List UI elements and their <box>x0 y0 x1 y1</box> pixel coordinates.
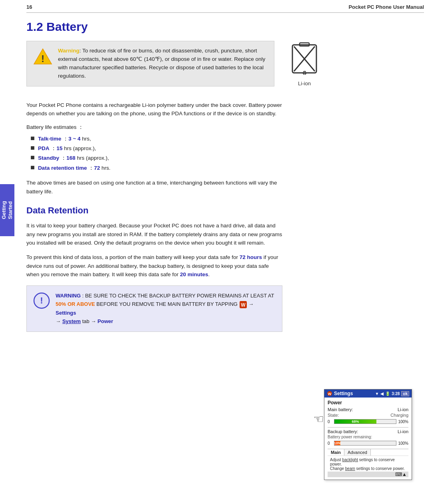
standby-label: Standby <box>38 155 59 161</box>
time-display: 3:28 <box>392 392 400 396</box>
volume-icon: ◀ <box>380 392 384 396</box>
warning-label: Warning <box>58 48 80 54</box>
ok-button[interactable]: ok <box>401 391 409 396</box>
body4-end: . <box>208 271 210 277</box>
talk-time-sep: ： <box>61 136 68 142</box>
backup-remaining-row: Battery power remaining: <box>328 435 408 439</box>
backup-battery-row: Backup battery: Li-ion <box>328 429 408 434</box>
state-value: Charging <box>390 413 408 418</box>
bar-max: 100% <box>398 420 408 424</box>
liion-battery-icon: ♻ <box>288 41 320 77</box>
pda-value: 15 <box>56 145 62 151</box>
list-item: ■ Talk-time ：3 ~ 4 hrs, <box>30 134 424 144</box>
notice-system-link[interactable]: System <box>62 318 81 324</box>
manual-title: Pocket PC Phone User Manual <box>348 4 424 10</box>
notice-arrow2: → <box>56 318 62 324</box>
warning-body: : To reduce risk of fire or burns, do no… <box>58 48 265 79</box>
notice-power-link: Power <box>98 318 113 324</box>
talk-time-label: Talk-time <box>38 136 61 142</box>
battery-list: ■ Talk-time ：3 ~ 4 hrs, ■ PDA ：15 hrs (a… <box>26 134 424 173</box>
main-content: 16 Pocket PC Phone User Manual 1.2 Batte… <box>14 0 432 348</box>
main-battery-bar: 0 68% 100% <box>328 419 408 424</box>
talk-time-value: 3 ~ 4 <box>68 136 80 142</box>
svg-text:W: W <box>328 392 332 396</box>
notice-highlight: 50% OR ABOVE <box>56 301 95 307</box>
settings-tabs: Main Advanced <box>328 449 408 456</box>
retention-value: 72 <box>94 165 100 171</box>
page-header: 16 Pocket PC Phone User Manual <box>26 0 424 13</box>
main-battery-row: Main battery: Li-ion <box>328 407 408 412</box>
standby-value: 168 <box>66 155 76 161</box>
warning-box: ! Warning: To reduce risk of fire or bur… <box>26 41 274 86</box>
svg-text:!: ! <box>40 295 43 305</box>
settings-panel: W Settings ▼ ◀ 🔋 3:28 ok Power Main batt… <box>324 389 412 480</box>
bullet-icon: ■ <box>30 144 35 151</box>
backup-battery-bar: 0 10% 100% <box>328 441 408 446</box>
backlight-link[interactable]: backlight <box>342 458 358 462</box>
bullet-icon: ■ <box>30 164 35 171</box>
state-label: State: <box>328 413 339 418</box>
list-item: ■ Data retention time ：72 hrs. <box>30 163 424 173</box>
notice-label: WARNING <box>56 293 81 299</box>
liion-area: ♻ Li-ion <box>286 41 322 86</box>
body-text-1: Your Pocket PC Phone contains a recharge… <box>26 101 282 118</box>
notice-text-content: WARNING : BE SURE TO CHECK THE BACKUP BA… <box>56 291 276 326</box>
body4-20min: 20 minutes <box>180 271 208 277</box>
svg-text:W: W <box>241 302 246 308</box>
footer-line1: Adjust backlight settings to conserve po… <box>330 458 406 466</box>
section-title: 1.2 Battery <box>26 20 424 34</box>
notice-text2: BEFORE YOU REMOVE THE MAIN BATTERY BY TA… <box>95 301 239 307</box>
notice-text1: : BE SURE TO CHECK THE BACKUP BATTERY PO… <box>81 293 274 299</box>
state-row: State: Charging <box>328 413 408 418</box>
divider <box>328 427 408 428</box>
pda-sep: ： <box>49 145 56 151</box>
pda-label: PDA <box>38 145 50 151</box>
settings-titlebar-icons: ▼ ◀ 🔋 3:28 ok <box>375 391 409 396</box>
backup-bar-max: 100% <box>398 441 408 446</box>
liion-label: Li-ion <box>286 80 322 86</box>
retention-unit: hrs. <box>100 165 110 171</box>
arrow-up-icon[interactable]: ▲ <box>402 472 407 477</box>
notice-settings-link: Settings <box>56 310 76 316</box>
tab-advanced[interactable]: Advanced <box>344 449 371 456</box>
backup-bar-fill: 10% <box>334 441 340 445</box>
settings-footer-bar: ⌨ ▲ <box>328 472 408 477</box>
standby-unit: hrs (approx.), <box>75 155 109 161</box>
signal-icon: ▼ <box>375 392 379 396</box>
list-item: ■ Standby ：168 hrs (approx.), <box>30 153 424 163</box>
warning-text-content: Warning: To reduce risk of fire or burns… <box>58 47 268 80</box>
settings-titlebar: W Settings ▼ ◀ 🔋 3:28 ok <box>324 390 412 398</box>
body-text-2: The above times are based on using one f… <box>26 179 282 196</box>
battery-life-label: Battery life estimates ： <box>26 124 424 131</box>
backup-remaining-label: Battery power remaining: <box>328 435 372 439</box>
body4-before: To prevent this kind of data loss, a por… <box>26 254 240 260</box>
bar-outer: 68% <box>334 419 396 424</box>
svg-text:!: ! <box>41 53 44 64</box>
power-label: Power <box>328 400 408 406</box>
footer-line2: Change beam settings to conserve power. <box>330 466 406 471</box>
body4-72hours: 72 hours <box>240 254 262 260</box>
body-text-3: It is vital to keep your battery charged… <box>26 221 282 247</box>
side-tab-text: GettingStarted <box>1 201 13 219</box>
talk-time-unit: hrs, <box>80 136 91 142</box>
tab-main[interactable]: Main <box>328 449 344 456</box>
battery-status-icon: 🔋 <box>385 392 390 396</box>
list-item: ■ PDA ：15 hrs (approx.), <box>30 144 424 153</box>
notice-arrow1: → <box>248 301 254 307</box>
notice-box: ! WARNING : BE SURE TO CHECK THE BACKUP … <box>26 285 282 332</box>
backup-type: Li-ion <box>398 429 408 434</box>
bullet-icon: ■ <box>30 154 35 161</box>
warning-triangle-icon: ! <box>33 48 52 69</box>
keyboard-icon[interactable]: ⌨ <box>395 472 402 477</box>
beam-link[interactable]: beam <box>345 466 355 471</box>
side-tab: GettingStarted <box>0 184 14 236</box>
page-number: 16 <box>26 4 32 10</box>
retention-label: Data retention time <box>38 165 87 171</box>
subsection-title: Data Retention <box>26 205 424 216</box>
bar-fill: 68% <box>334 420 376 424</box>
settings-logo-icon: W <box>327 391 332 396</box>
bullet-icon: ■ <box>30 135 35 142</box>
hand-pointer-icon: ☞ <box>313 412 324 426</box>
pda-unit: hrs (approx.), <box>62 145 96 151</box>
notice-circle-icon: ! <box>33 292 50 312</box>
